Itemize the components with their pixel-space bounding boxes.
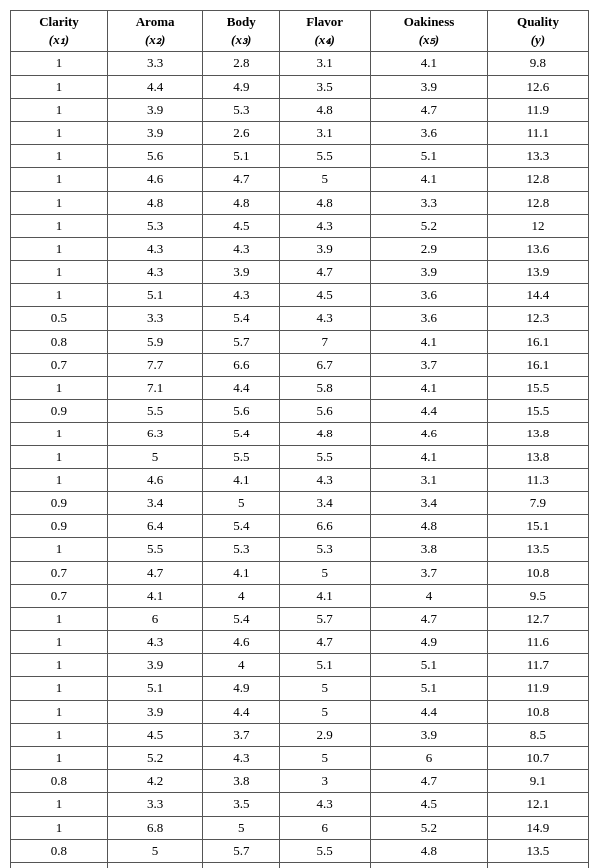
cell-r24-c4: 4.7 (370, 607, 487, 630)
cell-r28-c5: 10.8 (487, 700, 588, 723)
cell-r0-c0: 1 (11, 52, 108, 75)
table-row: 15.14.955.111.9 (11, 677, 589, 700)
cell-r29-c0: 1 (11, 723, 108, 746)
cell-r29-c3: 2.9 (280, 723, 371, 746)
cell-r16-c2: 5.4 (203, 423, 280, 445)
column-header-2: Body(x₃) (203, 11, 280, 52)
cell-r6-c2: 4.8 (203, 191, 280, 214)
cell-r11-c5: 12.3 (487, 307, 588, 330)
table-row: 0.95.55.65.64.415.5 (11, 400, 589, 423)
cell-r11-c2: 5.4 (203, 307, 280, 330)
cell-r22-c2: 4.1 (203, 561, 280, 584)
cell-r29-c2: 3.7 (203, 723, 280, 746)
cell-r14-c1: 7.1 (107, 377, 202, 400)
cell-r16-c5: 13.8 (487, 423, 588, 445)
cell-r28-c3: 5 (280, 700, 371, 723)
table-row: 17.14.45.84.115.5 (11, 377, 589, 400)
cell-r18-c4: 3.1 (370, 468, 487, 491)
cell-r0-c3: 3.1 (280, 52, 371, 75)
cell-r3-c1: 3.9 (107, 121, 202, 144)
cell-r19-c2: 5 (203, 491, 280, 514)
cell-r26-c2: 4 (203, 654, 280, 677)
cell-r15-c2: 5.6 (203, 400, 280, 423)
table-row: 15.24.35610.7 (11, 747, 589, 770)
cell-r5-c2: 4.7 (203, 168, 280, 191)
table-row: 0.74.144.149.5 (11, 584, 589, 607)
table-row: 155.55.54.113.8 (11, 445, 589, 468)
cell-r23-c3: 4.1 (280, 584, 371, 607)
cell-r28-c0: 1 (11, 700, 108, 723)
cell-r33-c0: 1 (11, 816, 108, 839)
column-header-3: Flavor(x₄) (280, 11, 371, 52)
cell-r27-c3: 5 (280, 677, 371, 700)
cell-r33-c5: 14.9 (487, 816, 588, 839)
cell-r24-c1: 6 (107, 607, 202, 630)
cell-r9-c5: 13.9 (487, 261, 588, 284)
cell-r30-c1: 5.2 (107, 747, 202, 770)
cell-r16-c1: 6.3 (107, 423, 202, 445)
cell-r21-c3: 5.3 (280, 538, 371, 561)
cell-r6-c4: 3.3 (370, 191, 487, 214)
cell-r15-c1: 5.5 (107, 400, 202, 423)
cell-r4-c1: 5.6 (107, 145, 202, 168)
cell-r22-c5: 10.8 (487, 561, 588, 584)
cell-r19-c5: 7.9 (487, 491, 588, 514)
cell-r20-c2: 5.4 (203, 515, 280, 538)
cell-r10-c2: 4.3 (203, 284, 280, 307)
cell-r8-c0: 1 (11, 237, 108, 260)
cell-r9-c2: 3.9 (203, 261, 280, 284)
cell-r29-c1: 4.5 (107, 723, 202, 746)
cell-r1-c2: 4.9 (203, 75, 280, 98)
cell-r25-c3: 4.7 (280, 631, 371, 654)
cell-r31-c1: 4.2 (107, 770, 202, 793)
cell-r33-c2: 5 (203, 816, 280, 839)
cell-r31-c0: 0.8 (11, 770, 108, 793)
cell-r34-c4: 4.8 (370, 839, 487, 862)
table-row: 15.65.15.55.113.3 (11, 145, 589, 168)
table-row: 14.34.64.74.911.6 (11, 631, 589, 654)
table-row: 13.94.454.410.8 (11, 700, 589, 723)
cell-r10-c1: 5.1 (107, 284, 202, 307)
cell-r9-c4: 3.9 (370, 261, 487, 284)
table-row: 16.35.44.84.613.8 (11, 423, 589, 445)
cell-r27-c0: 1 (11, 677, 108, 700)
data-table: Clarity(x₁)Aroma(x₂)Body(x₃)Flavor(x₄)Oa… (10, 10, 589, 868)
cell-r3-c3: 3.1 (280, 121, 371, 144)
cell-r35-c3: 4.2 (280, 862, 371, 868)
cell-r12-c0: 0.8 (11, 330, 108, 353)
cell-r33-c1: 6.8 (107, 816, 202, 839)
cell-r7-c1: 5.3 (107, 214, 202, 237)
cell-r13-c2: 6.6 (203, 353, 280, 376)
cell-r22-c3: 5 (280, 561, 371, 584)
cell-r1-c4: 3.9 (370, 75, 487, 98)
cell-r3-c5: 11.1 (487, 121, 588, 144)
cell-r2-c3: 4.8 (280, 98, 371, 121)
cell-r21-c0: 1 (11, 538, 108, 561)
cell-r35-c1: 3.5 (107, 862, 202, 868)
cell-r18-c1: 4.6 (107, 468, 202, 491)
cell-r17-c0: 1 (11, 445, 108, 468)
cell-r34-c2: 5.7 (203, 839, 280, 862)
cell-r29-c4: 3.9 (370, 723, 487, 746)
table-row: 15.34.54.35.212 (11, 214, 589, 237)
cell-r26-c0: 1 (11, 654, 108, 677)
cell-r24-c5: 12.7 (487, 607, 588, 630)
cell-r4-c4: 5.1 (370, 145, 487, 168)
table-row: 0.85.95.774.116.1 (11, 330, 589, 353)
cell-r16-c3: 4.8 (280, 423, 371, 445)
cell-r9-c3: 4.7 (280, 261, 371, 284)
cell-r17-c3: 5.5 (280, 445, 371, 468)
cell-r13-c3: 6.7 (280, 353, 371, 376)
cell-r23-c0: 0.7 (11, 584, 108, 607)
table-row: 16.8565.214.9 (11, 816, 589, 839)
table-row: 15.14.34.53.614.4 (11, 284, 589, 307)
cell-r17-c5: 13.8 (487, 445, 588, 468)
cell-r9-c1: 4.3 (107, 261, 202, 284)
cell-r29-c5: 8.5 (487, 723, 588, 746)
cell-r34-c0: 0.8 (11, 839, 108, 862)
cell-r5-c1: 4.6 (107, 168, 202, 191)
cell-r20-c3: 6.6 (280, 515, 371, 538)
cell-r30-c4: 6 (370, 747, 487, 770)
table-row: 14.33.94.73.913.9 (11, 261, 589, 284)
cell-r1-c5: 12.6 (487, 75, 588, 98)
